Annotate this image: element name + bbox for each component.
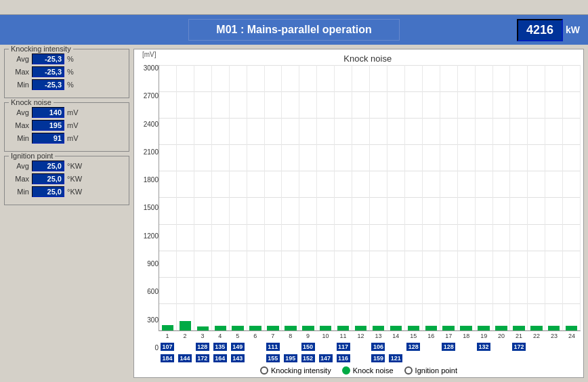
ki-avg-value: -25,3 [32, 54, 64, 64]
x-tick: 13 [369, 331, 387, 341]
row2-cell [528, 354, 545, 362]
row1-labels: 107128135149111150117106128128132172 [159, 341, 581, 352]
row2-cell: 164 [211, 354, 229, 362]
ip-max-row: Max 25,0 °KW [10, 173, 123, 184]
row2-value: 121 [389, 354, 402, 362]
knocking-intensity-label: Knocking intensity [9, 45, 73, 53]
row2-value: 116 [337, 354, 350, 362]
row1-value: 111 [266, 343, 280, 351]
x-tick: 2 [176, 331, 194, 341]
bar-group [282, 65, 299, 331]
ip-max-unit: °KW [67, 175, 86, 183]
row2-cell [404, 354, 422, 362]
x-tick: 19 [475, 331, 492, 341]
bar [373, 326, 384, 331]
y-tick: 2400 [144, 121, 159, 128]
chart-panel: [mV] Knock noise 30002700240021001800150… [133, 49, 584, 378]
bar [495, 326, 507, 331]
bar-group [476, 65, 493, 331]
row1-cell [422, 342, 440, 351]
x-tick: 12 [352, 331, 369, 341]
row2-cell: 184 [159, 354, 176, 362]
bar-group [177, 65, 194, 331]
y-tick: 300 [147, 317, 159, 324]
row2-cell: 195 [282, 354, 299, 362]
x-tick: 7 [264, 331, 282, 341]
row1-value: 128 [406, 343, 420, 351]
bar-group [423, 65, 440, 331]
y-tick: 2700 [144, 93, 159, 100]
x-tick: 9 [299, 331, 317, 341]
row2-cell [545, 354, 563, 362]
bar-group [387, 65, 405, 331]
bar [215, 326, 226, 331]
bar-group [510, 65, 528, 331]
knock-noise-group: Knock noise Avg 140 mV Max 195 mV Min 91… [4, 102, 129, 152]
kn-max-row: Max 195 mV [10, 120, 123, 131]
ki-max-label: Max [10, 68, 29, 76]
chart-inner: 123456789101112131415161718192021222324 … [159, 65, 581, 364]
legend-item[interactable]: Knock noise [342, 366, 394, 375]
ip-min-row: Min 25,0 °KW [10, 186, 123, 197]
bar [460, 326, 471, 331]
bar-group [247, 65, 265, 331]
main-content: Knocking intensity Avg -25,3 % Max -25,3… [0, 45, 588, 382]
x-axis: 123456789101112131415161718192021222324 [159, 331, 581, 341]
row2-cell [440, 354, 457, 362]
legend-item[interactable]: Ignition point [404, 366, 457, 375]
title-bar: M01 : Mains-parallel operation 4216 kW [0, 15, 588, 45]
bar [162, 325, 173, 331]
ki-max-row: Max -25,3 % [10, 66, 123, 77]
row2-cell: 116 [335, 354, 352, 362]
x-tick: 23 [545, 331, 563, 341]
x-tick: 24 [563, 331, 581, 341]
legend-circle [342, 366, 350, 375]
bar-group [458, 65, 476, 331]
y-tick: 2100 [144, 149, 159, 156]
ip-min-unit: °KW [67, 188, 86, 196]
ki-avg-label: Avg [10, 55, 29, 63]
row1-value: 132 [477, 343, 490, 351]
row1-cell [563, 342, 581, 351]
bar [513, 326, 524, 331]
kn-min-label: Min [10, 134, 29, 142]
x-tick: 14 [387, 331, 404, 341]
ki-max-unit: % [67, 68, 86, 76]
kn-max-unit: mV [67, 121, 86, 129]
row2-labels: 184144172164143155195152147116159121 [159, 352, 581, 364]
left-panel: Knocking intensity Avg -25,3 % Max -25,3… [4, 49, 129, 378]
bar [425, 326, 437, 331]
row1-cell [176, 342, 194, 351]
kn-min-row: Min 91 mV [10, 133, 123, 144]
row1-value: 106 [371, 343, 385, 351]
kn-max-label: Max [10, 121, 29, 129]
row2-value: 147 [319, 354, 333, 362]
x-tick: 20 [492, 331, 510, 341]
row1-value: 172 [512, 343, 526, 351]
legend-item[interactable]: Knocking intensity [260, 366, 331, 375]
bar-group [265, 65, 282, 331]
row2-cell [492, 354, 510, 362]
x-tick: 22 [528, 331, 545, 341]
row2-cell: 144 [176, 354, 194, 362]
y-tick: 900 [147, 261, 159, 268]
bar-group [317, 65, 335, 331]
row2-cell: 155 [264, 354, 282, 362]
bar-group [493, 65, 511, 331]
row2-value: 159 [371, 354, 385, 362]
row1-cell: 128 [194, 342, 211, 351]
ki-max-value: -25,3 [32, 66, 64, 77]
bar [285, 326, 296, 331]
y-tick: 600 [147, 289, 159, 295]
ki-avg-row: Avg -25,3 % [10, 54, 123, 64]
bar-group [563, 65, 581, 331]
row2-value: 144 [178, 354, 192, 362]
legend-circle [260, 366, 268, 375]
x-tick: 1 [159, 331, 176, 341]
bars-row [159, 65, 581, 331]
x-tick: 18 [457, 331, 475, 341]
kn-avg-row: Avg 140 mV [10, 107, 123, 118]
ip-avg-label: Avg [10, 162, 29, 170]
bar [442, 326, 454, 331]
row2-cell [352, 354, 369, 362]
